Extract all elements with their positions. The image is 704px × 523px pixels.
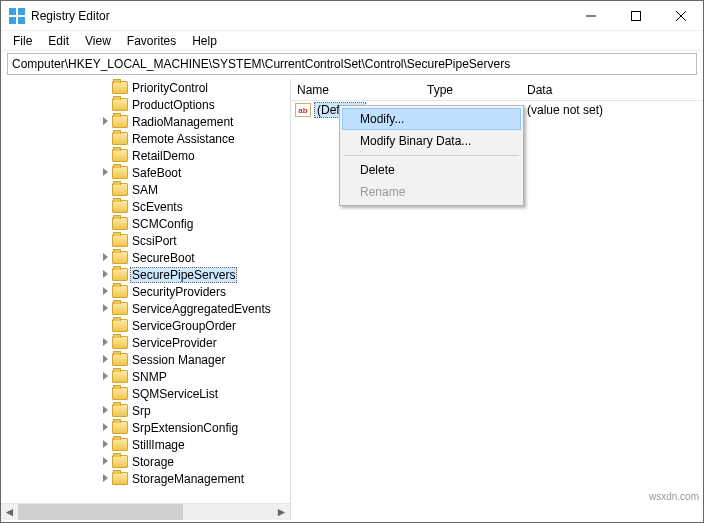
expander-icon[interactable] (101, 338, 110, 347)
col-type[interactable]: Type (421, 79, 521, 100)
tree-label[interactable]: ScsiPort (130, 234, 179, 248)
maximize-button[interactable] (613, 1, 658, 30)
svg-rect-2 (9, 17, 16, 24)
tree-hscrollbar[interactable]: ◄ ► (1, 503, 290, 520)
tree-label[interactable]: SecureBoot (130, 251, 197, 265)
tree-node-serviceprovider[interactable]: ServiceProvider (101, 334, 273, 351)
folder-icon (112, 132, 128, 145)
menu-help[interactable]: Help (184, 32, 225, 50)
tree-node-stillimage[interactable]: StillImage (101, 436, 273, 453)
expander-icon[interactable] (101, 423, 110, 432)
tree-node-snmp[interactable]: SNMP (101, 368, 273, 385)
tree-node-sam[interactable]: SAM (101, 181, 273, 198)
ctx-rename: Rename (342, 181, 521, 203)
tree-label[interactable]: PriorityControl (130, 81, 210, 95)
tree-node-securepipeservers[interactable]: SecurePipeServers (101, 266, 273, 283)
folder-icon (112, 251, 128, 264)
expander-icon[interactable] (101, 168, 110, 177)
tree-node-sqmservicelist[interactable]: SQMServiceList (101, 385, 273, 402)
tree-label[interactable]: Remote Assistance (130, 132, 237, 146)
tree-label[interactable]: RadioManagement (130, 115, 235, 129)
expander-icon[interactable] (101, 117, 110, 126)
address-bar[interactable]: Computer\HKEY_LOCAL_MACHINE\SYSTEM\Curre… (7, 53, 697, 75)
tree-node-prioritycontrol[interactable]: PriorityControl (101, 79, 273, 96)
tree-label[interactable]: SecurityProviders (130, 285, 228, 299)
tree-label[interactable]: ProductOptions (130, 98, 217, 112)
expander-icon[interactable] (101, 253, 110, 262)
tree-label[interactable]: SNMP (130, 370, 169, 384)
tree-node-productoptions[interactable]: ProductOptions (101, 96, 273, 113)
scroll-track[interactable] (18, 504, 273, 520)
folder-icon (112, 115, 128, 128)
tree-node-storagemanagement[interactable]: StorageManagement (101, 470, 273, 487)
folder-icon (112, 217, 128, 230)
tree-label[interactable]: RetailDemo (130, 149, 197, 163)
expander-icon[interactable] (101, 270, 110, 279)
tree-label[interactable]: StorageManagement (130, 472, 246, 486)
tree-node-session-manager[interactable]: Session Manager (101, 351, 273, 368)
expander-icon[interactable] (101, 474, 110, 483)
tree-label[interactable]: SecurePipeServers (130, 267, 237, 283)
folder-icon (112, 183, 128, 196)
folder-icon (112, 81, 128, 94)
expander-icon[interactable] (101, 457, 110, 466)
expander-icon[interactable] (101, 304, 110, 313)
tree-label[interactable]: SCMConfig (130, 217, 195, 231)
menu-edit[interactable]: Edit (40, 32, 77, 50)
tree-label[interactable]: SAM (130, 183, 160, 197)
tree-label[interactable]: ServiceGroupOrder (130, 319, 238, 333)
tree-label[interactable]: ScEvents (130, 200, 185, 214)
scroll-thumb[interactable] (18, 504, 183, 520)
expander-icon[interactable] (101, 440, 110, 449)
tree-node-storage[interactable]: Storage (101, 453, 273, 470)
expander-icon[interactable] (101, 406, 110, 415)
scroll-left-icon[interactable]: ◄ (1, 504, 18, 521)
folder-icon (112, 438, 128, 451)
tree-node-srp[interactable]: Srp (101, 402, 273, 419)
folder-icon (112, 387, 128, 400)
expander-icon[interactable] (101, 372, 110, 381)
tree-node-scevents[interactable]: ScEvents (101, 198, 273, 215)
folder-icon (112, 285, 128, 298)
tree-node-securityproviders[interactable]: SecurityProviders (101, 283, 273, 300)
tree-label[interactable]: Srp (130, 404, 153, 418)
close-button[interactable] (658, 1, 703, 30)
col-data[interactable]: Data (521, 79, 703, 100)
expander-icon[interactable] (101, 355, 110, 364)
minimize-button[interactable] (568, 1, 613, 30)
tree-node-radiomanagement[interactable]: RadioManagement (101, 113, 273, 130)
tree-label[interactable]: Session Manager (130, 353, 227, 367)
tree-label[interactable]: ServiceAggregatedEvents (130, 302, 273, 316)
tree-node-scsiport[interactable]: ScsiPort (101, 232, 273, 249)
scroll-right-icon[interactable]: ► (273, 504, 290, 521)
tree-label[interactable]: Storage (130, 455, 176, 469)
folder-icon (112, 234, 128, 247)
tree-node-secureboot[interactable]: SecureBoot (101, 249, 273, 266)
tree-node-remote-assistance[interactable]: Remote Assistance (101, 130, 273, 147)
menu-file[interactable]: File (5, 32, 40, 50)
tree-label[interactable]: ServiceProvider (130, 336, 219, 350)
expander-icon[interactable] (101, 287, 110, 296)
tree-label[interactable]: SrpExtensionConfig (130, 421, 240, 435)
menu-favorites[interactable]: Favorites (119, 32, 184, 50)
folder-icon (112, 472, 128, 485)
tree-node-serviceaggregatedevents[interactable]: ServiceAggregatedEvents (101, 300, 273, 317)
ctx-delete[interactable]: Delete (342, 159, 521, 181)
value-data: (value not set) (527, 103, 603, 117)
tree-node-retaildemo[interactable]: RetailDemo (101, 147, 273, 164)
tree-label[interactable]: StillImage (130, 438, 187, 452)
folder-icon (112, 319, 128, 332)
col-name[interactable]: Name (291, 79, 421, 100)
tree-node-servicegrouporder[interactable]: ServiceGroupOrder (101, 317, 273, 334)
tree-label[interactable]: SafeBoot (130, 166, 183, 180)
menu-view[interactable]: View (77, 32, 119, 50)
tree-panel[interactable]: PriorityControlProductOptionsRadioManage… (1, 79, 291, 520)
tree-node-srpextensionconfig[interactable]: SrpExtensionConfig (101, 419, 273, 436)
tree-node-scmconfig[interactable]: SCMConfig (101, 215, 273, 232)
tree-node-safeboot[interactable]: SafeBoot (101, 164, 273, 181)
ctx-modify[interactable]: Modify... (342, 108, 521, 130)
ctx-modify-binary[interactable]: Modify Binary Data... (342, 130, 521, 152)
address-path: Computer\HKEY_LOCAL_MACHINE\SYSTEM\Curre… (12, 57, 510, 71)
list-panel[interactable]: Name Type Data ab (Default) REG_SZ (valu… (291, 79, 703, 520)
tree-label[interactable]: SQMServiceList (130, 387, 220, 401)
